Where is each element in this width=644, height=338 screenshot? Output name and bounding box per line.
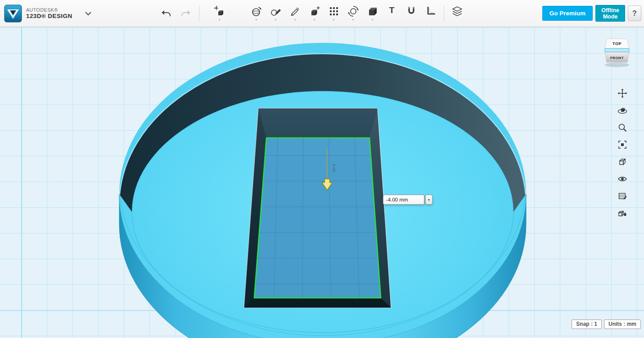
pocket-floor-selected-face[interactable] (254, 138, 381, 298)
material-drop-icon (617, 208, 627, 218)
dimension-field-group: ▾ (383, 195, 432, 205)
tool-transform[interactable]: ▾ (213, 5, 226, 23)
tool-dropdown-caret: ▾ (275, 18, 277, 21)
ruler-icon (425, 5, 437, 17)
display-style-icon (617, 191, 627, 201)
grouping-icon (347, 5, 359, 17)
tool-snap[interactable] (405, 5, 418, 23)
tool-dropdown-caret: ▾ (352, 18, 354, 21)
undo-button[interactable] (160, 7, 172, 20)
app-logo-icon[interactable] (4, 5, 22, 23)
tool-sketch[interactable]: ▾ (270, 5, 282, 23)
undo-icon (161, 8, 171, 19)
3d-canvas[interactable]: 4.00 (0, 27, 644, 338)
orbit-icon (617, 105, 627, 115)
zoom-tool[interactable] (617, 122, 628, 133)
view-cube-shadow (605, 63, 629, 67)
tool-text[interactable]: T (386, 5, 398, 23)
snap-setting[interactable]: Snap : 1 (572, 320, 602, 329)
redo-icon (180, 8, 191, 19)
pocket-front-wall-shade (244, 298, 391, 308)
pan-icon (617, 88, 627, 98)
modify-icon (309, 5, 320, 17)
tool-dropdown-caret: ▾ (372, 18, 374, 21)
tool-measure[interactable] (424, 5, 437, 23)
offline-mode-line1: Offline (601, 7, 619, 14)
dimension-dropdown-button[interactable]: ▾ (425, 195, 432, 205)
status-bar: Snap : 1 Units : mm (572, 320, 641, 329)
view-cube-top-label: TOP (612, 41, 621, 46)
zoom-fit-tool[interactable] (617, 139, 628, 150)
toolbar-divider (444, 5, 444, 22)
brand-line2: 123D® DESIGN (26, 13, 72, 20)
sketch-icon (270, 5, 282, 17)
orbit-tool[interactable] (617, 105, 628, 116)
eye-icon (617, 174, 627, 184)
transform-icon (214, 5, 225, 17)
help-button[interactable]: ? (628, 5, 641, 21)
tool-dropdown-caret: ▾ (256, 18, 257, 21)
text-tool-icon: T (389, 5, 395, 16)
magnet-snap-icon (405, 5, 417, 17)
fit-view-icon (617, 140, 627, 150)
tool-dropdown-caret: ▾ (219, 18, 221, 21)
tool-dropdown-caret: ▾ (314, 18, 315, 21)
dimension-value-input[interactable] (383, 195, 424, 205)
construct-icon (289, 5, 301, 17)
main-menu-chevron-icon[interactable] (84, 10, 92, 17)
tool-grouping[interactable]: ▾ (347, 5, 360, 23)
toolbar-divider (199, 5, 199, 22)
pattern-icon (328, 5, 340, 17)
tool-material[interactable] (451, 5, 464, 23)
view-cube-front-label: FRONT (610, 56, 624, 60)
standard-views-tool[interactable] (617, 156, 628, 167)
tool-modify[interactable]: ▾ (308, 5, 321, 23)
magnifier-icon (617, 123, 627, 132)
offline-mode-line2: Mode (603, 14, 618, 20)
view-cube-icon (617, 157, 627, 167)
app-header: AUTODESK® 123D® DESIGN ▾ (0, 0, 644, 27)
navigation-toolbar (616, 88, 629, 219)
view-cube-highlight-edge[interactable] (605, 49, 629, 52)
combine-icon (367, 5, 378, 17)
go-premium-button[interactable]: Go Premium (542, 6, 593, 21)
view-cube[interactable]: TOP FRONT (603, 36, 630, 70)
app-title: AUTODESK® 123D® DESIGN (26, 7, 72, 20)
measurement-label: 4.00 (332, 164, 337, 172)
units-setting[interactable]: Units : mm (604, 320, 641, 329)
redo-button[interactable] (180, 7, 192, 20)
material-apply-tool[interactable] (617, 208, 628, 219)
primitives-icon (251, 5, 262, 17)
brand-line1: AUTODESK® (26, 7, 72, 13)
tool-primitives[interactable]: ▾ (250, 5, 263, 23)
chevron-down-icon: ▾ (428, 198, 430, 202)
tool-construct[interactable]: ▾ (289, 5, 302, 23)
tool-dropdown-caret: ▾ (333, 18, 335, 21)
hide-show-tool[interactable] (617, 174, 628, 184)
viewport[interactable]: 4.00 ▾ TOP FRONT (0, 27, 644, 338)
tool-pattern[interactable]: ▾ (328, 5, 340, 23)
tool-dropdown-caret: ▾ (294, 18, 296, 21)
header-right-buttons: Go Premium Offline Mode ? (542, 5, 641, 22)
tool-combine[interactable]: ▾ (366, 5, 379, 23)
pan-tool[interactable] (617, 88, 628, 99)
material-layers-icon (451, 5, 463, 17)
offline-mode-button[interactable]: Offline Mode (595, 5, 625, 22)
display-style-tool[interactable] (617, 191, 628, 201)
